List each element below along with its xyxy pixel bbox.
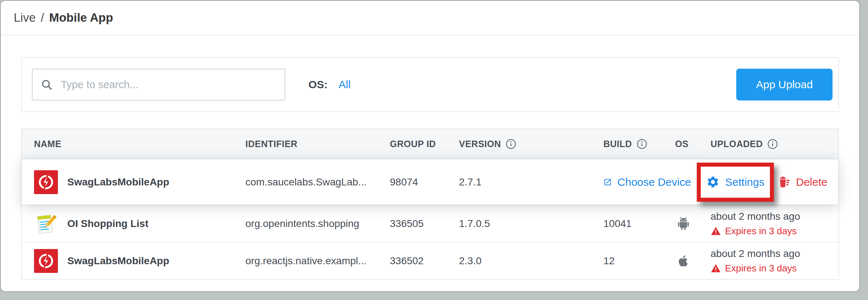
column-header-identifier: IDENTIFIER: [245, 139, 390, 149]
trash-icon: [777, 175, 791, 189]
settings-button[interactable]: Settings: [706, 175, 764, 189]
choose-device-button[interactable]: Choose Device: [603, 176, 691, 189]
page-title: Mobile App: [49, 11, 113, 25]
app-group-id: 98074: [390, 176, 459, 188]
breadcrumb-separator: /: [41, 11, 44, 25]
app-name: SwagLabsMobileApp: [67, 255, 169, 267]
delete-button[interactable]: Delete: [777, 175, 827, 189]
search-icon: [41, 78, 53, 91]
app-version: 2.3.0: [459, 255, 603, 267]
app-identifier: org.reactjs.native.exampl...: [245, 255, 390, 267]
column-header-group-id: GROUP ID: [390, 139, 459, 149]
app-build: 12: [603, 255, 675, 267]
app-upload-button[interactable]: App Upload: [736, 69, 833, 100]
swaglabs-app-icon: [34, 170, 58, 194]
column-header-uploaded: UPLOADED: [711, 138, 838, 150]
row-actions: Choose Device Settings: [603, 159, 838, 205]
table-row[interactable]: SwagLabsMobileApp com.saucelabs.SwagLab.…: [22, 159, 838, 205]
breadcrumb: Live / Mobile App: [1, 1, 859, 35]
warning-icon: [711, 263, 721, 274]
annotation-highlight-box: Settings: [697, 163, 774, 202]
app-group-id: 336505: [390, 218, 459, 230]
info-icon[interactable]: [505, 138, 517, 150]
app-identifier: com.saucelabs.SwagLab...: [245, 176, 390, 188]
column-header-build: BUILD: [603, 138, 675, 150]
app-name: OI Shopping List: [67, 218, 148, 230]
info-icon[interactable]: [767, 138, 778, 150]
os-filter: OS: All: [308, 78, 351, 91]
info-icon[interactable]: [636, 138, 648, 150]
app-version: 1.7.0.5: [459, 218, 603, 230]
toolbar: OS: All App Upload: [21, 57, 839, 112]
main-content: OS: All App Upload NAME IDENTIFIER GROUP…: [1, 35, 859, 280]
app-name-cell: OI Shopping List: [34, 212, 245, 236]
app-os-cell: [675, 215, 711, 232]
expires-warning: Expires in 3 days: [711, 263, 835, 274]
column-header-os: OS: [675, 139, 711, 149]
app-window: Live / Mobile App OS: All App Upload: [0, 0, 860, 292]
table-row[interactable]: SwagLabsMobileApp org.reactjs.native.exa…: [22, 242, 838, 279]
uploaded-time: about 2 months ago: [711, 248, 835, 260]
app-os-cell: [675, 253, 711, 269]
app-build: 10041: [603, 218, 675, 230]
shopping-list-app-icon: [34, 212, 58, 236]
uploaded-time: about 2 months ago: [711, 211, 835, 222]
android-icon: [675, 215, 692, 232]
search-box[interactable]: [32, 69, 285, 100]
swaglabs-app-icon: [34, 249, 58, 273]
apple-icon: [675, 253, 691, 269]
app-name-cell: SwagLabsMobileApp: [34, 249, 245, 273]
column-header-version: VERSION: [459, 138, 603, 150]
breadcrumb-section[interactable]: Live: [14, 11, 36, 25]
uploaded-cell: about 2 months ago Expires in 3 days: [711, 248, 838, 274]
table-row[interactable]: OI Shopping List org.openintents.shoppin…: [22, 205, 838, 242]
app-group-id: 336502: [390, 255, 459, 267]
column-header-name: NAME: [34, 139, 245, 149]
app-version: 2.7.1: [459, 176, 603, 188]
warning-icon: [711, 226, 721, 236]
app-name-cell: SwagLabsMobileApp: [34, 170, 245, 194]
search-input[interactable]: [60, 78, 277, 91]
external-link-icon: [603, 176, 612, 189]
os-filter-value[interactable]: All: [338, 78, 350, 91]
expires-warning: Expires in 3 days: [711, 226, 835, 237]
gear-icon: [706, 175, 720, 189]
table-header-row: NAME IDENTIFIER GROUP ID VERSION: [22, 129, 838, 159]
os-filter-label: OS:: [308, 78, 328, 91]
app-identifier: org.openintents.shopping: [245, 218, 390, 230]
app-name: SwagLabsMobileApp: [67, 176, 169, 188]
apps-table: NAME IDENTIFIER GROUP ID VERSION: [21, 128, 839, 280]
uploaded-cell: about 2 months ago Expires in 3 days: [711, 211, 838, 237]
